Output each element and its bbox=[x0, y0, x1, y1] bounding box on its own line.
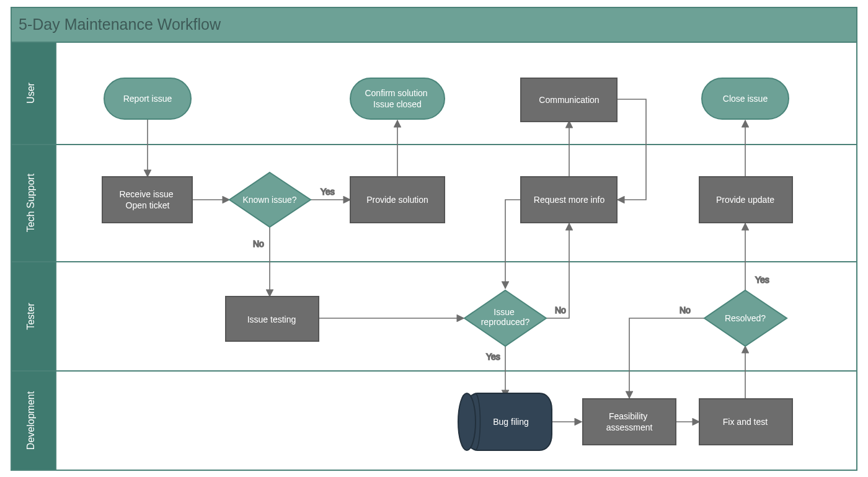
edge-reproduced-yes-label: Yes bbox=[486, 352, 500, 362]
node-confirm-closed[interactable]: Confirm solution Issue closed bbox=[350, 78, 445, 119]
lane-techsupport-label: Tech Support bbox=[25, 173, 36, 232]
header: 5-Day Maintenance Workflow bbox=[11, 7, 857, 42]
edge-resolved-yes-label: Yes bbox=[755, 275, 769, 285]
edge-known-yes-label: Yes bbox=[321, 187, 335, 197]
node-provide-update[interactable]: Provide update bbox=[699, 177, 792, 223]
svg-text:Request more info: Request more info bbox=[534, 195, 605, 205]
svg-text:Bug filing: Bug filing bbox=[493, 417, 529, 427]
lane-tester-label: Tester bbox=[25, 303, 36, 330]
svg-text:Fix and test: Fix and test bbox=[723, 417, 768, 427]
svg-text:Report issue: Report issue bbox=[123, 94, 172, 104]
lane-labels: User Tech Support Tester Development bbox=[11, 42, 56, 470]
svg-text:Provide solution: Provide solution bbox=[366, 195, 428, 205]
svg-point-25 bbox=[458, 393, 476, 450]
svg-text:Known issue?: Known issue? bbox=[242, 195, 296, 205]
diagram-title: 5-Day Maintenance Workflow bbox=[19, 16, 221, 33]
node-communication[interactable]: Communication bbox=[521, 78, 617, 122]
node-fix-and-test[interactable]: Fix and test bbox=[699, 399, 792, 445]
diagram-svg: 5-Day Maintenance Workflow User Tech Sup… bbox=[0, 0, 868, 477]
node-request-info[interactable]: Request more info bbox=[521, 177, 617, 223]
svg-text:Communication: Communication bbox=[539, 95, 599, 105]
svg-rect-27 bbox=[583, 399, 676, 445]
svg-text:Close issue: Close issue bbox=[723, 94, 768, 104]
swimlane-diagram: 5-Day Maintenance Workflow User Tech Sup… bbox=[0, 0, 868, 477]
node-provide-solution[interactable]: Provide solution bbox=[350, 177, 445, 223]
svg-text:Provide update: Provide update bbox=[716, 195, 774, 205]
svg-rect-9 bbox=[102, 177, 192, 223]
lane-user-label: User bbox=[25, 82, 36, 103]
svg-text:Issue testing: Issue testing bbox=[247, 314, 296, 324]
node-feasibility[interactable]: Feasibility assessment bbox=[583, 399, 676, 445]
node-report-issue[interactable]: Report issue bbox=[104, 78, 191, 119]
edge-reproduced-no-label: No bbox=[555, 305, 566, 315]
edge-known-no-label: No bbox=[253, 239, 264, 249]
node-receive-issue[interactable]: Receive issue Open ticket bbox=[102, 177, 192, 223]
node-close-issue[interactable]: Close issue bbox=[702, 78, 789, 119]
svg-text:Resolved?: Resolved? bbox=[725, 313, 766, 323]
edge-resolved-no-label: No bbox=[680, 305, 691, 315]
svg-rect-3 bbox=[350, 78, 445, 119]
lane-development-label: Development bbox=[25, 391, 36, 450]
node-issue-testing[interactable]: Issue testing bbox=[226, 296, 319, 341]
node-bug-filing[interactable]: Bug filing bbox=[458, 393, 552, 450]
